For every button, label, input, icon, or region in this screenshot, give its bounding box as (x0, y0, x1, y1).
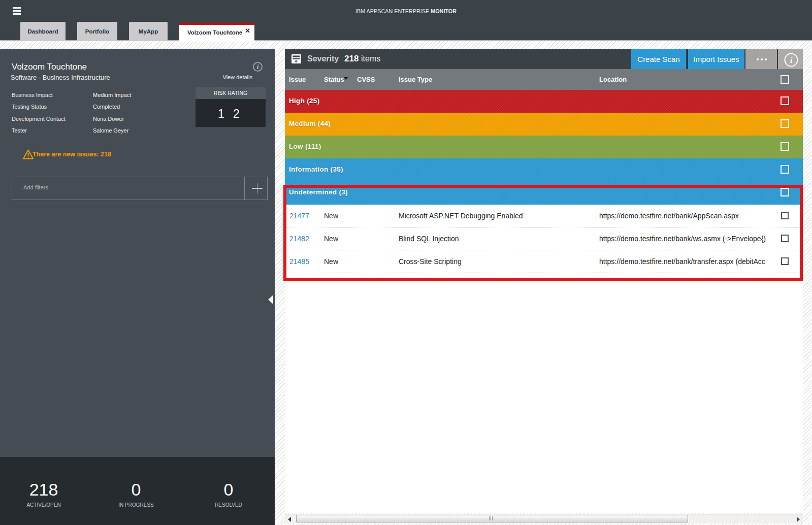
svg-text:i: i (790, 55, 793, 65)
